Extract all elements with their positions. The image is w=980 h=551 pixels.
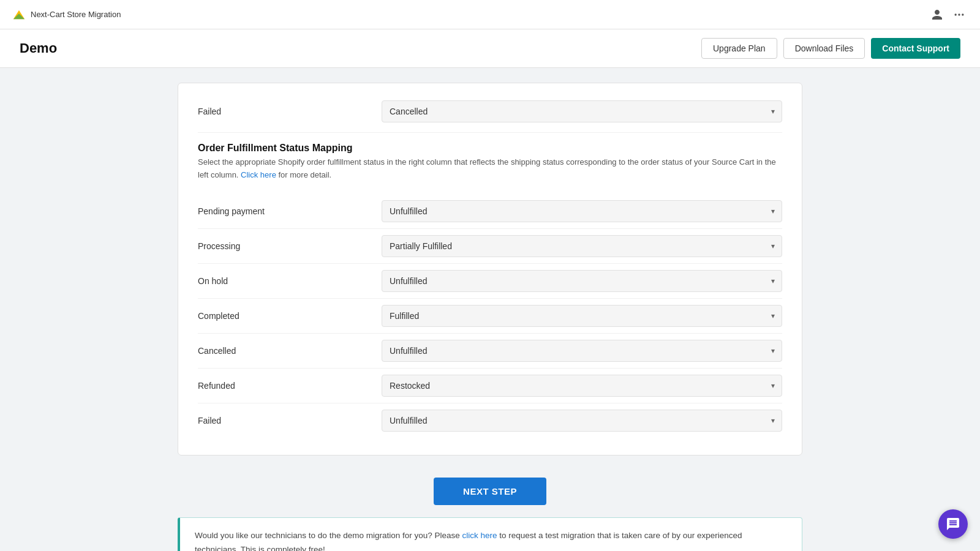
fulfillment-section-desc: Select the appropriate Shopify order ful…	[198, 156, 782, 182]
download-files-button[interactable]: Download Files	[783, 38, 865, 59]
next-step-container: NEXT STEP	[178, 478, 802, 505]
mapping-row: Pending paymentUnfulfilledPartially Fulf…	[198, 194, 782, 229]
fulfillment-heading-text: Order Fulfillment Status Mapping	[198, 143, 782, 154]
svg-point-2	[955, 13, 957, 15]
topbar-left: Next-Cart Store Migration	[12, 8, 121, 21]
mapping-row-label: Cancelled	[198, 346, 382, 356]
contact-support-button[interactable]: Contact Support	[871, 38, 960, 59]
page-title: Demo	[20, 40, 57, 56]
mapping-row-select[interactable]: UnfulfilledPartially FulfilledFulfilledR…	[382, 200, 782, 222]
failed-top-row: Failed Cancelled Unfulfilled Partially F…	[198, 100, 782, 133]
click-here-technician-link[interactable]: click here	[462, 531, 497, 540]
mapping-row-label: On hold	[198, 276, 382, 286]
mapping-row-label: Refunded	[198, 381, 382, 391]
mapping-row: RefundedUnfulfilledPartially FulfilledFu…	[198, 369, 782, 403]
header-actions: Upgrade Plan Download Files Contact Supp…	[701, 38, 960, 59]
mapping-row-label: Completed	[198, 311, 382, 321]
mapping-row: CancelledUnfulfilledPartially FulfilledF…	[198, 334, 782, 369]
mapping-rows-container: Pending paymentUnfulfilledPartially Fulf…	[198, 194, 782, 438]
svg-point-3	[958, 13, 960, 15]
mapping-row-select-wrapper: UnfulfilledPartially FulfilledFulfilledR…	[382, 375, 782, 397]
info-banner: Would you like our technicians to do the…	[178, 517, 802, 551]
mapping-row-select-wrapper: UnfulfilledPartially FulfilledFulfilledR…	[382, 410, 782, 432]
mapping-row-select[interactable]: UnfulfilledPartially FulfilledFulfilledR…	[382, 340, 782, 362]
next-step-button[interactable]: NEXT STEP	[434, 478, 546, 505]
info-line-1: Would you like our technicians to do the…	[195, 529, 787, 551]
mapping-row-select-wrapper: UnfulfilledPartially FulfilledFulfilledR…	[382, 270, 782, 292]
mapping-row-select-wrapper: UnfulfilledPartially FulfilledFulfilledR…	[382, 235, 782, 257]
mapping-row: On holdUnfulfilledPartially FulfilledFul…	[198, 264, 782, 299]
svg-point-4	[962, 13, 963, 15]
page-header: Demo Upgrade Plan Download Files Contact…	[0, 29, 980, 68]
click-here-link[interactable]: Click here	[241, 170, 276, 179]
mapping-row: FailedUnfulfilledPartially FulfilledFulf…	[198, 403, 782, 438]
mapping-row-select-wrapper: UnfulfilledPartially FulfilledFulfilledR…	[382, 305, 782, 327]
mapping-row-select[interactable]: UnfulfilledPartially FulfilledFulfilledR…	[382, 410, 782, 432]
mapping-row-select[interactable]: UnfulfilledPartially FulfilledFulfilledR…	[382, 270, 782, 292]
chat-icon	[946, 517, 960, 531]
failed-top-select[interactable]: Cancelled Unfulfilled Partially Fulfille…	[382, 100, 782, 122]
mapping-row-select[interactable]: UnfulfilledPartially FulfilledFulfilledR…	[382, 305, 782, 327]
mapping-row-label: Failed	[198, 416, 382, 425]
mapping-row: CompletedUnfulfilledPartially FulfilledF…	[198, 299, 782, 334]
mapping-card: Failed Cancelled Unfulfilled Partially F…	[178, 83, 802, 455]
user-icon[interactable]	[929, 6, 946, 23]
main-content: Failed Cancelled Unfulfilled Partially F…	[165, 83, 815, 551]
more-options-icon[interactable]	[951, 6, 968, 23]
app-title: Next-Cart Store Migration	[31, 10, 121, 19]
mapping-row-label: Processing	[198, 241, 382, 251]
topbar-right	[929, 6, 968, 23]
mapping-row-select-wrapper: UnfulfilledPartially FulfilledFulfilledR…	[382, 200, 782, 222]
failed-top-label: Failed	[198, 107, 382, 116]
fulfillment-section-heading: Order Fulfillment Status Mapping Select …	[198, 143, 782, 182]
topbar: Next-Cart Store Migration	[0, 0, 980, 29]
upgrade-plan-button[interactable]: Upgrade Plan	[701, 38, 777, 59]
mapping-row-select-wrapper: UnfulfilledPartially FulfilledFulfilledR…	[382, 340, 782, 362]
mapping-row-select[interactable]: UnfulfilledPartially FulfilledFulfilledR…	[382, 235, 782, 257]
info-line1-before: Would you like our technicians to do the…	[195, 531, 462, 540]
chat-button[interactable]	[938, 509, 968, 539]
svg-marker-1	[13, 13, 24, 19]
mapping-row: ProcessingUnfulfilledPartially Fulfilled…	[198, 229, 782, 264]
failed-top-select-wrapper: Cancelled Unfulfilled Partially Fulfille…	[382, 100, 782, 122]
mapping-row-select[interactable]: UnfulfilledPartially FulfilledFulfilledR…	[382, 375, 782, 397]
for-more-detail-text: for more detail.	[276, 170, 331, 179]
app-logo-icon	[12, 8, 26, 21]
mapping-row-label: Pending payment	[198, 206, 382, 216]
